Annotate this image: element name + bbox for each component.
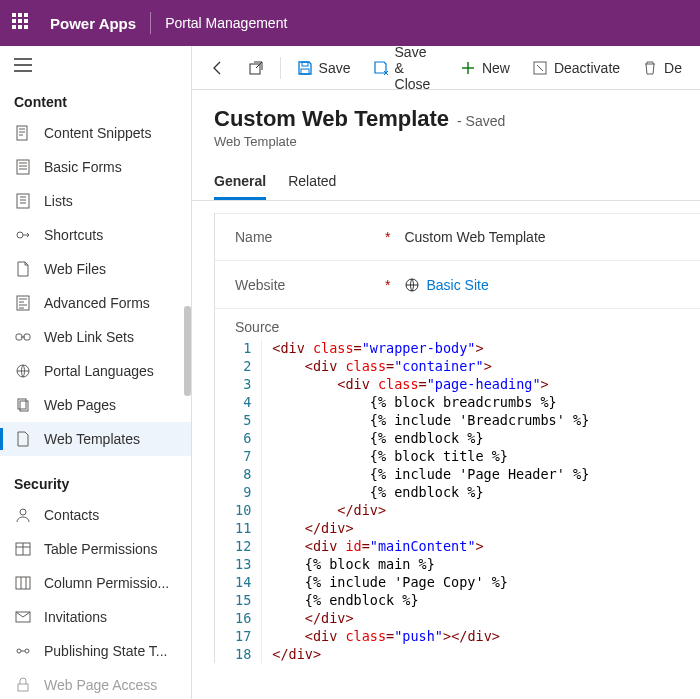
nav-list: Content Content Snippets Basic Forms Lis…: [0, 84, 191, 699]
website-value[interactable]: Basic Site: [404, 277, 488, 293]
code-gutter: 123456789101112131415161718: [235, 339, 262, 663]
delete-label: De: [664, 60, 682, 76]
sidebar-item-label: Web Page Access: [44, 677, 157, 693]
svg-rect-19: [301, 69, 309, 74]
sidebar-item-basic-forms[interactable]: Basic Forms: [0, 150, 191, 184]
svg-rect-2: [17, 194, 29, 208]
sidebar-item-label: Shortcuts: [44, 227, 103, 243]
new-label: New: [482, 60, 510, 76]
field-website-row: Website * Basic Site: [215, 261, 700, 309]
form-icon: [14, 158, 32, 176]
sidebar-item-label: Web Templates: [44, 431, 140, 447]
trash-icon: [642, 60, 658, 76]
sidebar-item-publishing-state[interactable]: Publishing State T...: [0, 634, 191, 668]
name-value[interactable]: Custom Web Template: [404, 229, 545, 245]
required-indicator: *: [385, 277, 390, 293]
sidebar-item-label: Publishing State T...: [44, 643, 167, 659]
sidebar-item-label: Web Files: [44, 261, 106, 277]
state-icon: [14, 642, 32, 660]
template-icon: [14, 430, 32, 448]
sidebar-item-portal-languages[interactable]: Portal Languages: [0, 354, 191, 388]
mail-icon: [14, 608, 32, 626]
save-button[interactable]: Save: [287, 52, 361, 84]
name-label: Name: [235, 229, 385, 245]
sidebar-item-web-pages[interactable]: Web Pages: [0, 388, 191, 422]
svg-point-3: [17, 232, 23, 238]
file-icon: [14, 260, 32, 278]
tab-general[interactable]: General: [214, 165, 266, 200]
delete-button[interactable]: De: [632, 52, 692, 84]
field-name-row: Name * Custom Web Template: [215, 213, 700, 261]
save-close-label: Save & Close: [395, 46, 438, 92]
sidebar-item-table-permissions[interactable]: Table Permissions: [0, 532, 191, 566]
svg-rect-12: [16, 577, 30, 589]
back-button[interactable]: [200, 52, 236, 84]
doc-icon: [14, 124, 32, 142]
popout-button[interactable]: [238, 52, 274, 84]
column-icon: [14, 574, 32, 592]
record-header: Custom Web Template - Saved Web Template: [192, 90, 700, 149]
globe-icon: [14, 362, 32, 380]
svg-point-15: [25, 649, 29, 653]
sidebar-item-label: Content Snippets: [44, 125, 151, 141]
save-icon: [297, 60, 313, 76]
back-icon: [210, 60, 226, 76]
new-button[interactable]: New: [450, 52, 520, 84]
sidebar-item-label: Basic Forms: [44, 159, 122, 175]
source-label: Source: [215, 309, 700, 339]
link-icon: [14, 328, 32, 346]
deactivate-button[interactable]: Deactivate: [522, 52, 630, 84]
deactivate-label: Deactivate: [554, 60, 620, 76]
separator: [280, 57, 281, 79]
top-bar: Power Apps Portal Management: [0, 0, 700, 46]
brand-label: Power Apps: [50, 15, 136, 32]
sidebar: Content Content Snippets Basic Forms Lis…: [0, 46, 192, 699]
sidebar-item-contacts[interactable]: Contacts: [0, 498, 191, 532]
sidebar-item-advanced-forms[interactable]: Advanced Forms: [0, 286, 191, 320]
tab-related[interactable]: Related: [288, 165, 336, 200]
group-security: Security: [0, 466, 191, 498]
waffle-icon[interactable]: [12, 13, 32, 33]
plus-icon: [460, 60, 476, 76]
pages-icon: [14, 396, 32, 414]
scrollbar-thumb[interactable]: [184, 306, 191, 396]
sidebar-item-label: Table Permissions: [44, 541, 158, 557]
sidebar-item-label: Web Link Sets: [44, 329, 134, 345]
portal-label: Portal Management: [165, 15, 287, 31]
hamburger-button[interactable]: [0, 46, 191, 84]
sidebar-item-shortcuts[interactable]: Shortcuts: [0, 218, 191, 252]
required-indicator: *: [385, 229, 390, 245]
sidebar-item-lists[interactable]: Lists: [0, 184, 191, 218]
sidebar-item-invitations[interactable]: Invitations: [0, 600, 191, 634]
entity-name: Web Template: [214, 134, 678, 149]
sidebar-item-label: Column Permissio...: [44, 575, 169, 591]
main-area: Save Save & Close New Deactivate De Cust…: [192, 46, 700, 699]
person-icon: [14, 506, 32, 524]
page-title: Custom Web Template: [214, 106, 449, 131]
group-content: Content: [0, 84, 191, 116]
sidebar-item-web-templates[interactable]: Web Templates: [0, 422, 191, 456]
code-content: <div class="wrapper-body"> <div class="c…: [262, 339, 589, 663]
sidebar-item-web-page-access[interactable]: Web Page Access: [0, 668, 191, 699]
sidebar-item-content-snippets[interactable]: Content Snippets: [0, 116, 191, 150]
svg-rect-0: [17, 126, 27, 140]
table-icon: [14, 540, 32, 558]
adv-form-icon: [14, 294, 32, 312]
save-close-icon: [373, 60, 389, 76]
save-close-button[interactable]: Save & Close: [363, 52, 448, 84]
command-bar: Save Save & Close New Deactivate De: [192, 46, 700, 90]
svg-point-10: [20, 509, 26, 515]
sidebar-item-web-link-sets[interactable]: Web Link Sets: [0, 320, 191, 354]
website-label: Website: [235, 277, 385, 293]
svg-rect-1: [17, 160, 29, 174]
sidebar-item-column-permissions[interactable]: Column Permissio...: [0, 566, 191, 600]
shortcut-icon: [14, 226, 32, 244]
sidebar-item-label: Web Pages: [44, 397, 116, 413]
svg-rect-16: [18, 684, 28, 691]
code-editor[interactable]: 123456789101112131415161718 <div class="…: [215, 339, 700, 663]
access-icon: [14, 676, 32, 694]
sidebar-item-label: Lists: [44, 193, 73, 209]
svg-point-14: [17, 649, 21, 653]
sidebar-item-web-files[interactable]: Web Files: [0, 252, 191, 286]
sidebar-item-label: Portal Languages: [44, 363, 154, 379]
